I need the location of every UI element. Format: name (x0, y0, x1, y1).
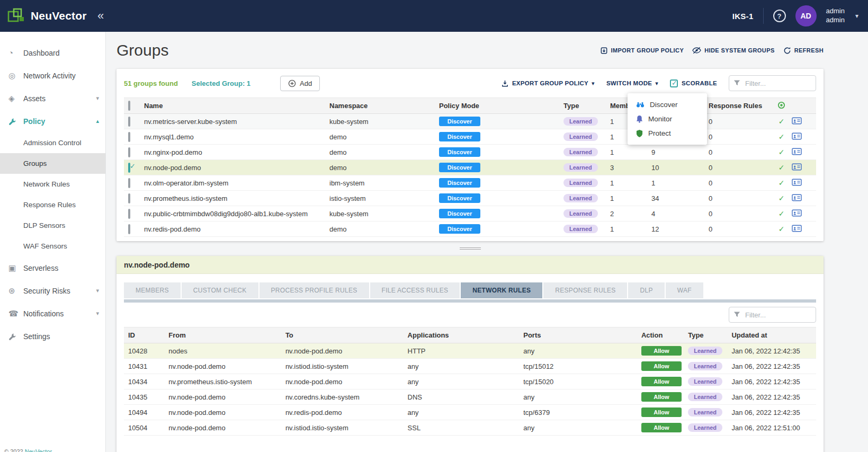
panel-splitter[interactable] (117, 241, 824, 256)
rules-filter-input[interactable] (729, 307, 816, 323)
policy-mode-button[interactable]: Discover (439, 209, 480, 218)
scorable-toggle[interactable]: SCORABLE (670, 79, 717, 87)
policy-mode-button[interactable]: Discover (439, 132, 480, 141)
rule-action-button[interactable]: Allow (641, 377, 682, 386)
policy-mode-button[interactable]: Discover (439, 147, 480, 157)
col-ports[interactable]: Ports (519, 327, 637, 343)
row-checkbox[interactable] (128, 147, 130, 157)
sidebar-item-settings[interactable]: Settings (0, 325, 105, 348)
policy-mode-button[interactable]: Discover (439, 163, 480, 172)
rule-action-button[interactable]: Allow (641, 392, 682, 402)
select-all-checkbox[interactable] (128, 101, 130, 111)
detail-tab[interactable]: RESPONSE RULES (543, 282, 627, 298)
col-to[interactable]: To (281, 327, 404, 343)
refresh-button[interactable]: REFRESH (783, 47, 824, 55)
row-checkbox[interactable] (128, 117, 130, 127)
detail-tab[interactable]: FILE ACCESS RULES (370, 282, 460, 298)
detail-tab[interactable]: CUSTOM CHECK (182, 282, 258, 298)
group-row[interactable]: nv.nginx-pod.demo demo Discover Learned … (124, 145, 816, 160)
mode-menu-item-discover[interactable]: Discover (628, 98, 707, 112)
sidebar-item-response-rules[interactable]: Response Rules (0, 194, 105, 215)
mode-menu-item-monitor[interactable]: Monitor (628, 112, 707, 126)
detail-tab[interactable]: WAF (666, 282, 703, 298)
sidebar-item-notifications[interactable]: ☎ Notifications ▾ (0, 302, 105, 325)
sidebar-collapse-icon[interactable]: « (97, 9, 104, 23)
sidebar-item-policy[interactable]: Policy ▴ (0, 110, 105, 132)
detail-tab[interactable]: MEMBERS (124, 282, 181, 298)
group-row[interactable]: nv.mysql1.demo demo Discover Learned 1 4… (124, 129, 816, 145)
row-checkbox[interactable] (128, 193, 130, 203)
policy-mode-button[interactable]: Discover (439, 224, 480, 234)
policy-mode-button[interactable]: Discover (439, 117, 480, 126)
group-row[interactable]: nv.node-pod.demo demo Discover Learned 3… (124, 160, 816, 175)
group-detail-card-icon[interactable] (792, 209, 802, 217)
sidebar-item-assets[interactable]: ◈ Assets ▾ (0, 87, 105, 110)
col-from[interactable]: From (164, 327, 281, 343)
sidebar-item-security-risks[interactable]: ⊛ Security Risks ▾ (0, 279, 105, 302)
sidebar-item-serverless[interactable]: ▣ Serverless (0, 256, 105, 279)
col-type[interactable]: Type (684, 327, 727, 343)
caret-down-icon[interactable]: ▾ (855, 12, 858, 20)
group-detail-card-icon[interactable] (792, 132, 802, 140)
col-applications[interactable]: Applications (404, 327, 520, 343)
group-row[interactable]: nv.metrics-server.kube-system kube-syste… (124, 114, 816, 129)
detail-tab[interactable]: PROCESS PROFILE RULES (259, 282, 369, 298)
network-rule-row[interactable]: 10428 nodes nv.node-pod.demo HTTP any Al… (124, 343, 816, 359)
rule-action-button[interactable]: Allow (641, 361, 682, 371)
network-rule-row[interactable]: 10434 nv.prometheus.istio-system nv.node… (124, 374, 816, 389)
rule-action-button[interactable]: Allow (641, 346, 682, 356)
sidebar-item-groups[interactable]: Groups (0, 153, 105, 174)
col-updated-at[interactable]: Updated at (727, 327, 816, 343)
col-type[interactable]: Type (559, 98, 606, 114)
sidebar-item-network-rules[interactable]: Network Rules (0, 174, 105, 194)
group-detail-card-icon[interactable] (792, 147, 802, 156)
policy-mode-button[interactable]: Discover (439, 193, 480, 203)
row-checkbox[interactable] (128, 209, 130, 219)
network-rule-row[interactable]: 10435 nv.node-pod.demo nv.coredns.kube-s… (124, 389, 816, 405)
group-row[interactable]: nv.public-crbtmimbdw08dig9ddjo80-alb1.ku… (124, 206, 816, 221)
mode-menu-item-protect[interactable]: Protect (628, 126, 707, 140)
rule-action-button[interactable]: Allow (641, 407, 682, 417)
sidebar-item-waf-sensors[interactable]: WAF Sensors (0, 236, 105, 256)
group-row[interactable]: nv.prometheus.istio-system istio-system … (124, 191, 816, 206)
sidebar-item-dlp-sensors[interactable]: DLP Sensors (0, 215, 105, 236)
col-policy-mode[interactable]: Policy Mode (435, 98, 559, 114)
scorable-checkbox[interactable] (670, 79, 678, 87)
col-name[interactable]: Name (140, 98, 325, 114)
row-checkbox[interactable] (128, 163, 130, 173)
group-detail-card-icon[interactable] (792, 117, 802, 125)
network-rule-row[interactable]: 10431 nv.node-pod.demo nv.istiod.istio-s… (124, 359, 816, 374)
group-row[interactable]: nv.redis-pod.demo demo Discover Learned … (124, 221, 816, 237)
sidebar-item-network-activity[interactable]: ◎ Network Activity (0, 64, 105, 87)
col-namespace[interactable]: Namespace (325, 98, 435, 114)
row-checkbox[interactable] (128, 224, 130, 234)
col-response-rules[interactable]: Response Rules (704, 98, 772, 114)
group-detail-card-icon[interactable] (792, 178, 802, 187)
help-icon[interactable]: ? (773, 10, 786, 22)
network-rule-row[interactable]: 10494 nv.node-pod.demo nv.redis-pod.demo… (124, 405, 816, 420)
avatar[interactable]: AD (795, 5, 817, 26)
group-detail-card-icon[interactable] (792, 193, 802, 202)
sidebar-item-dashboard[interactable]: ◔ Dashboard (0, 41, 105, 64)
row-checkbox[interactable] (128, 178, 130, 188)
neuvector-link[interactable]: NeuVector (25, 448, 52, 452)
export-group-policy-button[interactable]: EXPORT GROUP POLICY ▾ (501, 79, 595, 87)
detail-tab[interactable]: NETWORK RULES (461, 282, 542, 298)
policy-mode-button[interactable]: Discover (439, 178, 480, 188)
group-detail-card-icon[interactable] (792, 224, 802, 233)
group-detail-card-icon[interactable] (792, 163, 802, 171)
sidebar-item-admission-control[interactable]: Admission Control (0, 132, 105, 153)
detail-tab[interactable]: DLP (628, 282, 664, 298)
import-group-policy-button[interactable]: IMPORT GROUP POLICY (600, 47, 684, 55)
switch-mode-button[interactable]: SWITCH MODE ▾ (606, 80, 658, 87)
col-id[interactable]: ID (124, 327, 164, 343)
rule-action-button[interactable]: Allow (641, 423, 682, 432)
group-row[interactable]: nv.olm-operator.ibm-system ibm-system Di… (124, 175, 816, 191)
cluster-name[interactable]: IKS-1 (732, 12, 754, 21)
col-action[interactable]: Action (637, 327, 684, 343)
row-checkbox[interactable] (128, 132, 130, 142)
user-menu[interactable]: admin admin (826, 7, 845, 25)
groups-filter-input[interactable] (729, 75, 816, 91)
network-rule-row[interactable]: 10504 nv.node-pod.demo nv.istiod.istio-s… (124, 420, 816, 436)
hide-system-groups-button[interactable]: HIDE SYSTEM GROUPS (692, 47, 775, 54)
